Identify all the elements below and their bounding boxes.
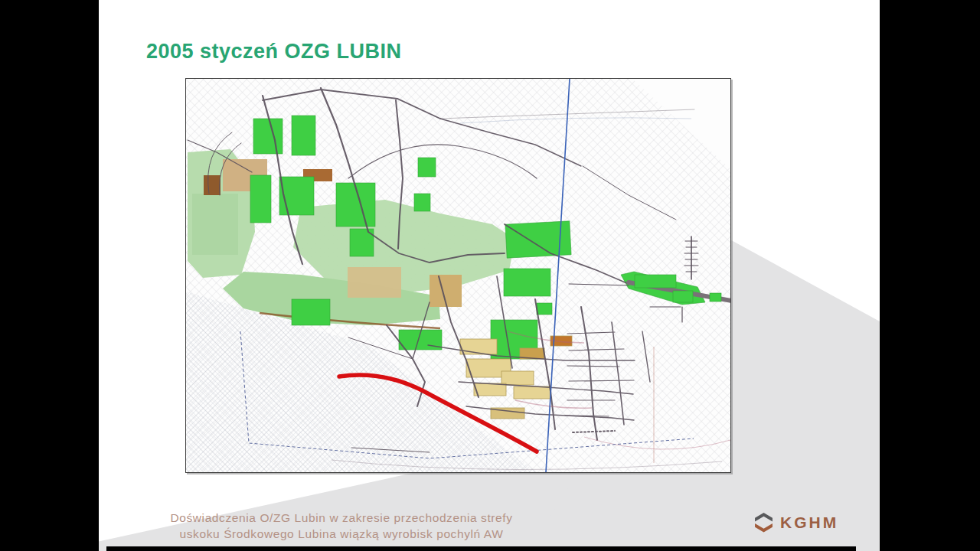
- mine-map-frame: [185, 78, 731, 473]
- mine-map: [186, 79, 730, 472]
- letterbox-left: [0, 0, 99, 551]
- kghm-logo: KGHM: [754, 513, 838, 533]
- kghm-hexagon-icon: [754, 513, 773, 533]
- footer-caption: Doświadczenia O/ZG Lubin w zakresie prze…: [139, 510, 544, 542]
- kghm-logo-text: KGHM: [780, 514, 838, 532]
- slide-title: 2005 styczeń OZG LUBIN: [146, 40, 402, 64]
- letterbox-right: [880, 0, 980, 551]
- footer-caption-line2: uskoku Środkowego Lubina wiązką wyrobisk…: [139, 526, 544, 542]
- footer-caption-line1: Doświadczenia O/ZG Lubin w zakresie prze…: [139, 510, 544, 526]
- letterbox-bottom-strip: [106, 546, 856, 551]
- video-frame: 2005 styczeń OZG LUBIN: [0, 0, 980, 551]
- presentation-slide: 2005 styczeń OZG LUBIN: [99, 0, 880, 551]
